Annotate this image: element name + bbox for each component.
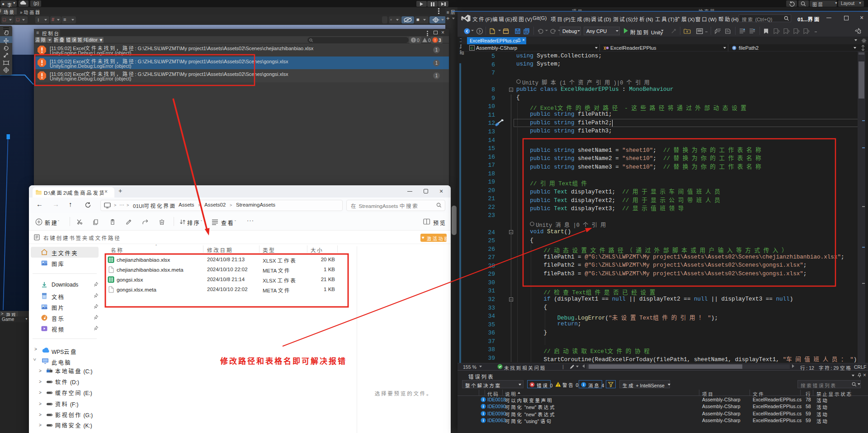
svg-text:C: C: [471, 46, 473, 50]
svg-text:!: !: [413, 38, 414, 42]
svg-text:!: !: [434, 38, 436, 42]
